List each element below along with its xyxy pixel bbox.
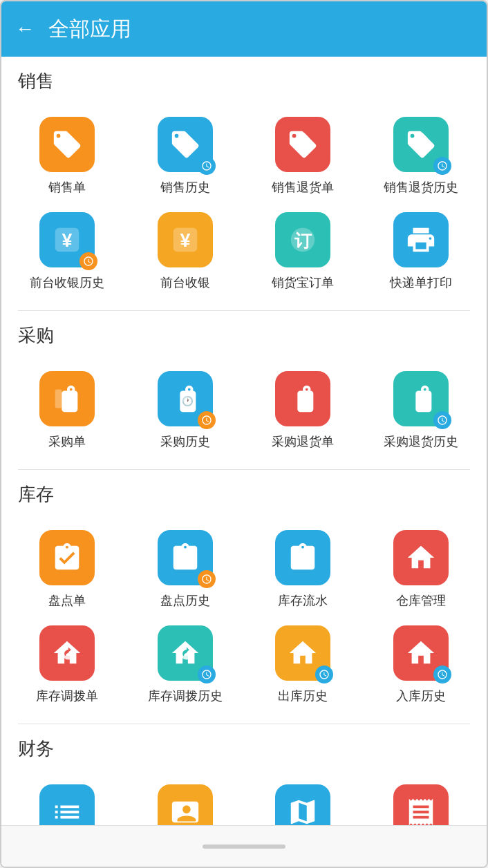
item-express-print[interactable]: 快递单打印 — [362, 202, 480, 298]
warehouse-icon — [405, 542, 437, 574]
item-sales-order[interactable]: 销售单 — [8, 107, 126, 202]
house-transfer-clock-icon — [169, 637, 201, 669]
label-sales-order: 销售单 — [48, 179, 86, 196]
item-purchase-return-history[interactable]: 采购退货历史 — [362, 361, 480, 457]
item-sales-return[interactable]: 销售退货单 — [244, 107, 362, 202]
svg-text:订: 订 — [294, 231, 312, 250]
label-cashier: 前台收银 — [160, 274, 210, 291]
label-purchase-return-history: 采购退货历史 — [384, 433, 458, 450]
item-sales-return-history[interactable]: 销售退货历史 — [362, 107, 480, 202]
icon-box-transfer-history — [158, 625, 213, 681]
icon-box-purchase-return-history — [393, 371, 449, 426]
bottom-bar — [1, 825, 487, 867]
item-inbound-history[interactable]: 入库历史 — [362, 616, 480, 711]
icon-box-sales-history — [158, 117, 213, 172]
item-finance-3[interactable] — [244, 775, 362, 825]
icon-box-purchase-history: 🕐 — [158, 371, 213, 426]
icon-box-stocktake — [39, 530, 95, 585]
order-circle-icon: 订 — [287, 224, 319, 256]
item-stocktake[interactable]: 盘点单 — [8, 520, 126, 616]
printer-icon — [405, 224, 437, 256]
icon-box-finance-2 — [158, 784, 213, 825]
box-3d-icon — [287, 796, 319, 825]
clock-badge8 — [315, 666, 333, 683]
house-transfer-icon — [51, 637, 83, 669]
label-stocktake: 盘点单 — [48, 592, 86, 609]
section-title-inventory: 库存 — [18, 482, 470, 507]
item-stocktake-history[interactable]: 盘点历史 — [126, 520, 245, 616]
clock-icon4 — [201, 415, 212, 426]
clock-icon3 — [83, 256, 94, 267]
back-button[interactable]: ← — [15, 18, 35, 40]
house-in-icon — [405, 637, 437, 669]
clock-badge7 — [198, 666, 216, 683]
label-stock-flow: 库存流水 — [278, 592, 328, 609]
item-purchase-return[interactable]: 采购退货单 — [244, 361, 362, 457]
icon-box-inbound — [393, 625, 449, 681]
label-stocktake-history: 盘点历史 — [160, 592, 210, 609]
item-finance-4[interactable] — [362, 775, 480, 825]
svg-text:🕐: 🕐 — [182, 395, 194, 407]
section-title-purchase: 采购 — [18, 323, 470, 348]
label-sales-history: 销售历史 — [160, 179, 210, 196]
item-cashier[interactable]: ¥ 前台收银 — [126, 202, 245, 298]
purchase-grid: 采购单 🕐 采购历史 采购退货单 — [1, 355, 487, 469]
label-purchase-order: 采购单 — [48, 433, 86, 450]
item-cashier-history[interactable]: ¥ 前台收银历史 — [8, 202, 126, 298]
icon-box-sales-return — [275, 117, 330, 172]
header: ← 全部应用 — [1, 1, 487, 57]
icon-box-xiaohuo: 订 — [275, 212, 330, 267]
tag-clock-icon — [169, 129, 201, 160]
label-purchase-return: 采购退货单 — [272, 433, 334, 450]
icon-box-outbound — [275, 625, 330, 681]
briefcase-refresh-icon — [287, 383, 319, 415]
finance-grid — [1, 768, 487, 825]
label-sales-return-history: 销售退货历史 — [384, 179, 458, 196]
house-out-icon — [287, 637, 319, 669]
icon-box-finance-3 — [275, 784, 330, 825]
section-sales: 销售 — [1, 57, 487, 93]
clock-icon6 — [201, 574, 212, 585]
item-finance-2[interactable] — [126, 775, 245, 825]
clock-badge — [198, 157, 216, 175]
item-xiaohuo-order[interactable]: 订 销货宝订单 — [244, 202, 362, 298]
item-purchase-history[interactable]: 🕐 采购历史 — [126, 361, 245, 457]
page-title: 全部应用 — [48, 15, 131, 44]
tag-icon — [51, 129, 83, 160]
inventory-grid: 盘点单 盘点历史 库存流水 — [1, 513, 487, 724]
briefcase-clock2-icon — [405, 383, 437, 415]
clock-icon7 — [201, 669, 212, 680]
main-content: 销售 销售单 销售历史 — [1, 57, 487, 825]
item-stock-flow[interactable]: 库存流水 — [244, 520, 362, 616]
sales-grid: 销售单 销售历史 销售退货单 — [1, 100, 487, 310]
item-outbound-history[interactable]: 出库历史 — [244, 616, 362, 711]
label-transfer-history: 库存调拨历史 — [148, 688, 223, 704]
label-outbound: 出库历史 — [278, 688, 328, 704]
item-purchase-order[interactable]: 采购单 — [8, 361, 126, 457]
clock-badge3 — [79, 252, 97, 270]
clock-badge9 — [433, 666, 451, 683]
item-transfer-history[interactable]: 库存调拨历史 — [126, 616, 245, 711]
clipboard-refresh-icon — [287, 542, 319, 574]
label-cashier-history: 前台收银历史 — [30, 274, 104, 291]
item-warehouse[interactable]: 仓库管理 — [362, 520, 480, 616]
clock-icon — [201, 160, 212, 171]
item-finance-1[interactable] — [8, 775, 126, 825]
label-xiaohuo: 销货宝订单 — [272, 274, 334, 291]
clock-badge6 — [198, 570, 216, 588]
receipt-icon — [405, 796, 437, 825]
section-finance: 财务 — [1, 724, 487, 761]
section-inventory: 库存 — [1, 470, 487, 507]
icon-box-purchase-order — [39, 371, 95, 426]
clock-icon5 — [437, 415, 448, 426]
label-sales-return: 销售退货单 — [272, 179, 334, 196]
item-transfer-order[interactable]: 库存调拨单 — [8, 616, 126, 711]
person-card-icon — [169, 796, 201, 825]
clock-icon9 — [437, 669, 448, 680]
icon-box-finance-4 — [393, 784, 449, 825]
icon-box-cashier: ¥ — [158, 212, 213, 267]
yen-icon: ¥ — [169, 224, 201, 256]
icon-box-warehouse — [393, 530, 449, 585]
item-sales-history[interactable]: 销售历史 — [126, 107, 245, 202]
icon-box-express — [393, 212, 449, 267]
